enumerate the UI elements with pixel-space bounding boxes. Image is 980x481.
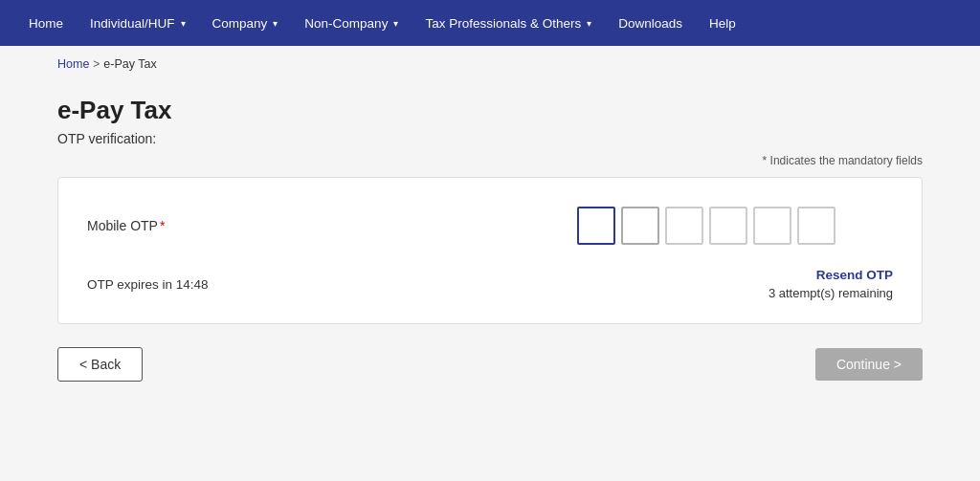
chevron-down-icon: ▾ — [587, 18, 591, 29]
nav-company[interactable]: Company ▾ — [199, 0, 292, 46]
otp-expiry-text: OTP expires in 14:48 — [87, 277, 209, 292]
otp-inputs-group — [577, 207, 835, 245]
chevron-down-icon: ▾ — [273, 18, 278, 29]
required-marker: * — [160, 218, 165, 233]
back-button[interactable]: < Back — [57, 347, 143, 382]
attempts-remaining-text: 3 attempt(s) remaining — [768, 286, 893, 300]
otp-label: Mobile OTP* — [87, 218, 221, 233]
page-title: e-Pay Tax — [57, 96, 923, 125]
otp-digit-1[interactable] — [577, 207, 615, 245]
chevron-down-icon: ▾ — [181, 18, 186, 29]
otp-resend-area: Resend OTP 3 attempt(s) remaining — [768, 268, 893, 300]
otp-info-row: OTP expires in 14:48 Resend OTP 3 attemp… — [87, 268, 893, 300]
chevron-down-icon: ▾ — [393, 18, 398, 29]
resend-otp-link[interactable]: Resend OTP — [768, 268, 893, 282]
otp-digit-4[interactable] — [709, 207, 747, 245]
nav-help[interactable]: Help — [696, 0, 749, 46]
main-nav: Home Individual/HUF ▾ Company ▾ Non-Comp… — [0, 0, 980, 46]
nav-tax-professionals[interactable]: Tax Professionals & Others ▾ — [412, 0, 605, 46]
mandatory-note: * Indicates the mandatory fields — [57, 154, 923, 167]
breadcrumb-home-link[interactable]: Home — [57, 57, 89, 71]
otp-input-row: Mobile OTP* — [87, 207, 893, 245]
otp-form-card: Mobile OTP* OTP expires in 14:48 Resend … — [57, 177, 923, 324]
button-row: < Back Continue > — [57, 347, 923, 382]
nav-home[interactable]: Home — [15, 0, 77, 46]
breadcrumb: Home > e-Pay Tax — [57, 46, 923, 78]
nav-individual-huf[interactable]: Individual/HUF ▾ — [77, 0, 199, 46]
breadcrumb-separator: > — [93, 57, 100, 71]
otp-digit-3[interactable] — [665, 207, 703, 245]
continue-button[interactable]: Continue > — [815, 348, 923, 381]
otp-digit-5[interactable] — [753, 207, 791, 245]
otp-digit-6[interactable] — [797, 207, 835, 245]
nav-downloads[interactable]: Downloads — [605, 0, 696, 46]
page-subtitle: OTP verification: — [57, 131, 923, 146]
main-content: Home > e-Pay Tax e-Pay Tax OTP verificat… — [0, 46, 980, 481]
breadcrumb-current-page: e-Pay Tax — [103, 57, 156, 71]
otp-digit-2[interactable] — [621, 207, 659, 245]
nav-non-company[interactable]: Non-Company ▾ — [291, 0, 412, 46]
